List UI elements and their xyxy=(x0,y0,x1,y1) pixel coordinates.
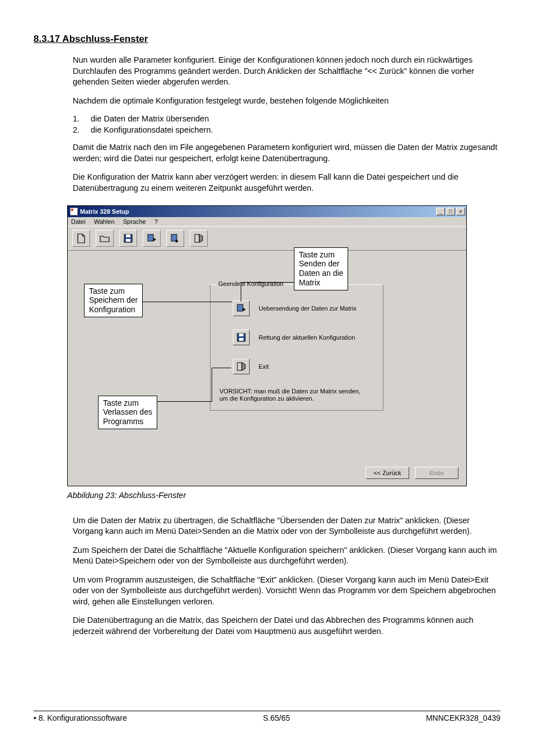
toolbar xyxy=(68,227,466,251)
save-icon xyxy=(236,332,247,343)
ordered-list: 1. die Daten der Matrix übersenden 2. di… xyxy=(73,114,500,134)
end-button: Ende xyxy=(415,467,458,479)
send-data-label: Uebersendung der Daten zur Matrix xyxy=(259,305,357,312)
toolbar-send-button[interactable] xyxy=(143,230,161,247)
menu-language[interactable]: Sprache xyxy=(123,218,146,225)
menubar: Datei Wahlen Sprache ? xyxy=(68,217,466,227)
exit-button[interactable] xyxy=(233,359,250,374)
toolbar-exit-button[interactable] xyxy=(190,230,208,247)
minimize-button[interactable]: _ xyxy=(436,208,445,215)
callout-send: Taste zum Senden der Daten an die Matrix xyxy=(294,247,348,290)
exit-icon xyxy=(193,233,204,244)
titlebar: Matrix 328 Setup _ □ × xyxy=(68,206,466,217)
maximize-button[interactable]: □ xyxy=(446,208,455,215)
list-item: 1. die Daten der Matrix übersenden xyxy=(73,114,500,123)
list-number: 2. xyxy=(73,125,88,134)
callout-exit: Taste zum Verlassen des Programms xyxy=(98,396,157,429)
app-icon xyxy=(70,208,78,215)
send-alt-icon xyxy=(170,233,181,244)
group-legend: Geendete Konfiguration xyxy=(216,280,285,287)
callout-save: Taste zum Speichern der Konfiguration xyxy=(84,284,143,317)
save-config-button[interactable] xyxy=(233,330,250,345)
exit-label: Exit xyxy=(259,363,269,370)
paragraph: Nachdem die optimale Konfiguration festg… xyxy=(73,96,500,107)
figure-caption: Abbildung 23: Abschluss-Fenster xyxy=(67,491,500,500)
app-window: Matrix 328 Setup _ □ × Datei Wahlen Spra… xyxy=(67,205,467,486)
svg-rect-5 xyxy=(195,234,199,242)
back-button[interactable]: << Zurück xyxy=(366,467,409,479)
action-row: Rettung der aktuellen Konfiguration xyxy=(233,330,375,345)
close-button[interactable]: × xyxy=(456,208,465,215)
toolbar-new-button[interactable] xyxy=(72,230,90,247)
section-heading: 8.3.17 Abschluss-Fenster xyxy=(34,34,500,45)
action-row: Uebersendung der Daten zur Matrix xyxy=(233,300,375,316)
paragraph: Zum Speichern der Datei die Schaltfläche… xyxy=(73,545,500,567)
send-icon xyxy=(236,303,247,314)
svg-rect-1 xyxy=(126,234,130,237)
finished-config-group: Geendete Konfiguration Uebersendung der … xyxy=(210,284,383,411)
figure: Taste zum Speichern der Konfiguration Ta… xyxy=(67,205,467,486)
wizard-nav: << Zurück Ende xyxy=(366,467,458,479)
paragraph: Die Konfiguration der Matrix kann aber v… xyxy=(73,172,500,194)
action-row: Exit xyxy=(233,359,375,374)
menu-help[interactable]: ? xyxy=(154,218,158,225)
svg-rect-6 xyxy=(237,304,243,311)
page-footer: • 8. Konfigurationssoftware S.65/65 MNNC… xyxy=(34,711,500,722)
paragraph: Die Datenübertragung an die Matrix, das … xyxy=(73,615,500,637)
svg-rect-8 xyxy=(239,334,243,336)
paragraph: Um vom Programm auszusteigen, die Schalt… xyxy=(73,575,500,608)
save-config-label: Rettung der aktuellen Konfiguration xyxy=(259,334,355,341)
paragraph: Damit die Matrix nach den im File angege… xyxy=(73,142,500,164)
list-text: die Daten der Matrix übersenden xyxy=(91,114,209,123)
toolbar-send2-button[interactable] xyxy=(166,230,184,247)
svg-rect-3 xyxy=(148,234,153,241)
toolbar-open-button[interactable] xyxy=(96,230,114,247)
paragraph: Nun wurden alle Parameter konfiguriert. … xyxy=(73,55,500,88)
new-file-icon xyxy=(76,233,87,244)
svg-rect-2 xyxy=(126,239,130,242)
exit-icon xyxy=(236,361,247,372)
svg-rect-9 xyxy=(239,338,243,341)
send-icon xyxy=(146,233,157,244)
list-text: die Konfigurationsdatei speichern. xyxy=(91,125,213,134)
list-item: 2. die Konfigurationsdatei speichern. xyxy=(73,125,500,134)
open-folder-icon xyxy=(99,233,110,244)
svg-rect-10 xyxy=(237,363,242,370)
toolbar-save-button[interactable] xyxy=(119,230,137,247)
window-title: Matrix 328 Setup xyxy=(80,208,435,215)
footer-right: MNNCEKR328_0439 xyxy=(426,713,500,722)
footer-left: • 8. Konfigurationssoftware xyxy=(34,713,127,722)
list-number: 1. xyxy=(73,114,88,123)
footer-center: S.65/65 xyxy=(263,713,290,722)
menu-file[interactable]: Datei xyxy=(71,218,86,225)
save-icon xyxy=(123,233,134,244)
warning-text: VORSICHT: man muß die Daten zur Matrix s… xyxy=(219,388,375,402)
menu-select[interactable]: Wahlen xyxy=(94,218,115,225)
send-data-button[interactable] xyxy=(233,300,250,316)
paragraph: Um die Daten der Matrix zu übertragen, d… xyxy=(73,515,500,537)
